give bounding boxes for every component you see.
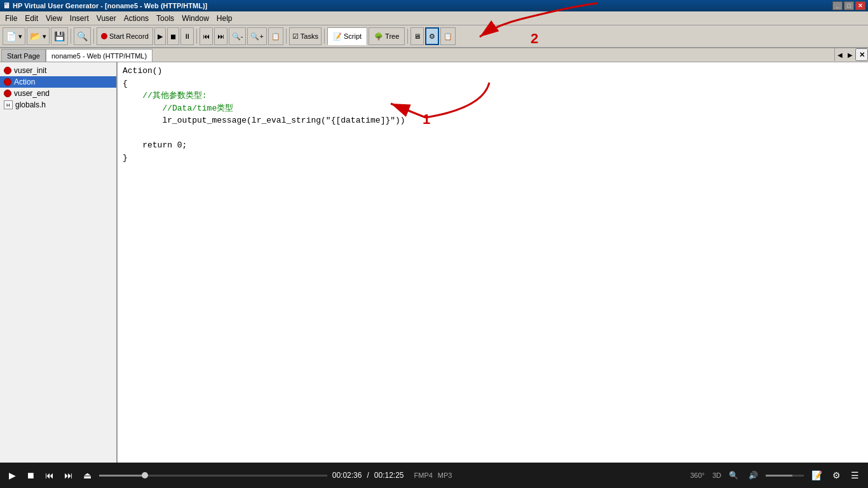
menu-actions[interactable]: Actions: [120, 11, 153, 25]
title-bar: 🖥 HP Virtual User Generator - [noname5 -…: [0, 0, 868, 11]
toolbar: 📄▾ 📂▾ 💾 🔍 Start Record ▶ ◼ ⏸ ⏮ ⏭ 🔍- 🔍+ 📋: [0, 25, 868, 48]
code-line-6: [123, 127, 863, 140]
monitor-button[interactable]: 🖥: [410, 27, 424, 45]
media-progress-fill: [99, 475, 145, 477]
code-editor[interactable]: Action() { //其他参数类型: //Data/time类型 lr_ou…: [118, 62, 868, 463]
close-button[interactable]: ✕: [855, 1, 865, 10]
start-record-button[interactable]: Start Record: [97, 27, 153, 45]
media-next-button[interactable]: ⏭: [62, 469, 76, 482]
script-tab-label: Script: [344, 32, 362, 40]
code-line-5: lr_output_message(lr_eval_string("{[data…: [123, 114, 863, 127]
tree-item-vuser-end[interactable]: vuser_end: [0, 88, 116, 99]
play-button[interactable]: ▶: [154, 27, 166, 45]
media-time-separator: /: [367, 471, 369, 480]
media-progress-bar[interactable]: [99, 475, 327, 477]
volume-icon-button[interactable]: 🔊: [746, 470, 761, 481]
menu-edit[interactable]: Edit: [21, 11, 42, 25]
tasks-label: Tasks: [301, 32, 318, 40]
menu-window[interactable]: Window: [178, 11, 213, 25]
open-button[interactable]: 📂▾: [27, 27, 50, 45]
tab-next-button[interactable]: ▶: [845, 48, 855, 61]
app-icon: 🖥: [3, 1, 10, 10]
code-line-7: return 0;: [123, 139, 863, 152]
separator-4: [286, 29, 287, 44]
volume-slider[interactable]: [766, 475, 804, 477]
media-resolution: 360°: [690, 471, 705, 479]
code-line-8: }: [123, 152, 863, 165]
separator-2: [93, 29, 94, 44]
media-total-time: 00:12:25: [374, 471, 404, 480]
settings-media-button[interactable]: ⚙: [830, 469, 843, 482]
code-line-2: {: [123, 78, 863, 90]
maximize-button[interactable]: □: [844, 1, 854, 10]
tasks-button[interactable]: ☑ Tasks: [289, 27, 322, 45]
main-area: vuser_init Action vuser_end H globals.h …: [0, 62, 868, 463]
minimize-button[interactable]: _: [832, 1, 843, 10]
step-back-button[interactable]: ⏮: [200, 27, 213, 45]
script-tab[interactable]: 📝 Script: [327, 27, 367, 45]
view-tabs: 📝 Script 🌳 Tree: [327, 27, 405, 45]
save-button[interactable]: 💾: [51, 27, 68, 45]
noname5-tab[interactable]: noname5 - Web (HTTP/HTML): [46, 49, 153, 62]
window-title: HP Virtual User Generator - [noname5 - W…: [13, 2, 832, 10]
media-stop-button[interactable]: ⏹: [24, 469, 37, 482]
note-button[interactable]: 📝: [809, 469, 825, 482]
clipboard-btn[interactable]: 📋: [440, 27, 456, 45]
action-icon: [4, 78, 11, 86]
file-tree-panel: vuser_init Action vuser_end H globals.h: [0, 62, 118, 463]
tab-bar: Start Page noname5 - Web (HTTP/HTML) ◀ ▶…: [0, 48, 868, 62]
menu-bar: File Edit View Insert Vuser Actions Tool…: [0, 11, 868, 25]
pause-button[interactable]: ⏸: [180, 27, 194, 45]
media-format1: FMP4: [414, 471, 433, 479]
zoom-out-button[interactable]: 🔍-: [229, 27, 247, 45]
tree-item-action[interactable]: Action: [0, 76, 116, 88]
menu-insert[interactable]: Insert: [66, 11, 93, 25]
start-record-label: Start Record: [109, 32, 149, 40]
media-play-button[interactable]: ▶: [6, 469, 18, 482]
stop-button[interactable]: ◼: [167, 27, 179, 45]
globals-file-icon: H: [4, 100, 13, 109]
copy-button[interactable]: 📋: [268, 27, 283, 45]
window-controls[interactable]: _ □ ✕: [832, 1, 865, 10]
separator-6: [407, 29, 408, 44]
media-zoom-button[interactable]: 🔍: [726, 470, 741, 481]
media-mode: 3D: [712, 471, 721, 479]
menu-media-button[interactable]: ☰: [848, 469, 862, 482]
step-fwd-button[interactable]: ⏭: [214, 27, 227, 45]
new-button[interactable]: 📄▾: [3, 27, 25, 45]
menu-help[interactable]: Help: [213, 11, 236, 25]
separator-5: [324, 29, 325, 44]
code-line-3: //其他参数类型:: [123, 90, 863, 102]
start-page-tab[interactable]: Start Page: [1, 49, 46, 62]
media-bar: ▶ ⏹ ⏮ ⏭ ⏏ 00:02:36 / 00:12:25 FMP4 MP3 3…: [0, 463, 868, 488]
record-dot-icon: [101, 33, 107, 39]
separator-1: [71, 29, 71, 44]
settings-button[interactable]: ⚙: [425, 27, 439, 45]
vuser-init-icon: [4, 67, 11, 74]
media-current-time: 00:02:36: [332, 471, 362, 480]
separator-3: [196, 29, 197, 44]
zoom-in-button[interactable]: 🔍+: [247, 27, 266, 45]
media-prev-button[interactable]: ⏮: [43, 469, 57, 482]
tree-tab[interactable]: 🌳 Tree: [369, 27, 405, 45]
tab-close-button[interactable]: ✕: [855, 48, 868, 61]
code-line-4: //Data/time类型: [123, 102, 863, 115]
tree-item-globals[interactable]: H globals.h: [0, 99, 116, 111]
media-eject-button[interactable]: ⏏: [81, 469, 94, 482]
media-format2: MP3: [438, 471, 452, 479]
tree-item-vuser-init[interactable]: vuser_init: [0, 65, 116, 76]
menu-view[interactable]: View: [42, 11, 66, 25]
menu-file[interactable]: File: [1, 11, 21, 25]
find-button[interactable]: 🔍: [74, 27, 91, 45]
menu-tools[interactable]: Tools: [153, 11, 178, 25]
media-progress-thumb: [142, 472, 148, 478]
tree-tab-label: Tree: [385, 32, 399, 40]
tab-prev-button[interactable]: ◀: [835, 48, 845, 61]
tab-nav: ◀ ▶ ✕: [834, 48, 868, 61]
code-line-1: Action(): [123, 65, 863, 78]
vuser-end-icon: [4, 90, 11, 97]
menu-vuser[interactable]: Vuser: [93, 11, 120, 25]
